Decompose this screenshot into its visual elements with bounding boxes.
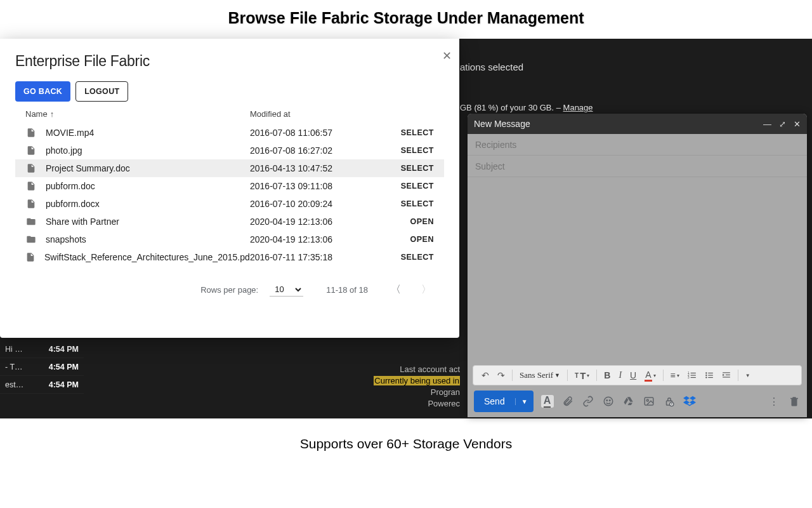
formatting-toolbar: ↶ ↷ Sans Serif ▼ TT ▾ B I U A ▾ ≡ ▾ 123 …: [473, 365, 802, 385]
modified-at: 2016-04-13 10:47:52: [250, 163, 377, 173]
dropbox-icon[interactable]: [683, 395, 696, 408]
modified-at: 2020-04-19 12:13:06: [250, 217, 377, 227]
inbox-row[interactable]: est …4:54 PM: [0, 376, 84, 394]
table-row[interactable]: snapshots 2020-04-19 12:13:06 OPEN: [15, 231, 444, 248]
send-button[interactable]: Send ▼: [474, 391, 534, 412]
expand-icon[interactable]: ⤢: [779, 119, 786, 129]
emoji-icon[interactable]: [602, 395, 615, 408]
account-activity-block: Last account act Currently being used in…: [374, 364, 460, 410]
select-button[interactable]: SELECT: [377, 199, 434, 208]
modified-at: 2016-07-13 09:11:08: [250, 181, 377, 191]
italic-icon[interactable]: I: [615, 368, 625, 382]
file-name: Project Summary.doc: [46, 163, 130, 173]
font-family-select[interactable]: Sans Serif ▼: [516, 368, 563, 382]
modified-at: 2016-07-08 11:06:57: [250, 128, 377, 138]
font-size-icon[interactable]: TT ▾: [572, 368, 593, 383]
text-color-icon[interactable]: A ▾: [641, 368, 658, 384]
align-icon[interactable]: ≡ ▾: [667, 368, 683, 382]
page-range: 11-18 of 18: [326, 285, 368, 295]
compose-window: New Message — ⤢ ✕ Recipients Subject ↶ ↷…: [468, 114, 807, 417]
numbered-list-icon[interactable]: 123: [684, 369, 700, 382]
table-row[interactable]: pubform.doc 2016-07-13 09:11:08 SELECT: [15, 177, 444, 195]
compose-body[interactable]: [468, 177, 807, 365]
discard-icon[interactable]: [788, 395, 801, 408]
rows-per-page-label: Rows per page:: [200, 285, 258, 295]
select-button[interactable]: SELECT: [377, 253, 434, 262]
table-row[interactable]: SwiftStack_Reference_Architectures_June_…: [15, 248, 444, 266]
table-row[interactable]: photo.jpg 2016-07-08 16:27:02 SELECT: [15, 142, 444, 159]
rows-per-page-select[interactable]: 10: [270, 283, 303, 297]
svg-rect-11: [708, 377, 713, 378]
sort-ascending-icon: ↑: [50, 109, 55, 119]
table-row[interactable]: pubform.docx 2016-07-10 20:09:24 SELECT: [15, 195, 444, 213]
pagination: Rows per page: 10 11-18 of 18 〈 〉: [15, 266, 444, 297]
underline-icon[interactable]: U: [627, 368, 639, 382]
select-button[interactable]: SELECT: [377, 182, 434, 190]
svg-rect-12: [723, 372, 730, 373]
modal-title: Enterprise File Fabric: [15, 53, 444, 70]
indent-icon[interactable]: [719, 369, 734, 382]
svg-point-16: [606, 400, 608, 401]
file-name: pubform.docx: [46, 199, 100, 209]
bullet-list-icon[interactable]: [702, 369, 717, 382]
column-name[interactable]: Name ↑: [25, 109, 250, 119]
link-icon[interactable]: [582, 395, 594, 408]
recipients-field[interactable]: Recipients: [468, 134, 807, 156]
manage-link[interactable]: Manage: [563, 103, 593, 112]
svg-rect-1: [690, 375, 695, 375]
file-icon: [25, 180, 37, 192]
selection-status-partial: ations selected: [460, 62, 523, 72]
compose-title: New Message: [474, 119, 530, 129]
file-icon: [25, 163, 37, 174]
table-row[interactable]: Project Summary.doc 2016-04-13 10:47:52 …: [15, 159, 444, 177]
bold-icon[interactable]: B: [601, 368, 613, 382]
open-button[interactable]: OPEN: [377, 235, 434, 244]
close-compose-icon[interactable]: ✕: [794, 119, 801, 129]
more-formatting-icon[interactable]: ▼: [742, 371, 754, 380]
confidential-icon[interactable]: [663, 395, 676, 408]
svg-point-8: [705, 375, 707, 376]
svg-rect-2: [690, 377, 695, 378]
file-icon: [25, 198, 37, 210]
file-icon: [25, 251, 36, 263]
column-modified[interactable]: Modified at: [250, 109, 377, 119]
next-page-icon[interactable]: 〉: [421, 283, 431, 297]
logout-button[interactable]: LOGOUT: [75, 81, 128, 102]
select-button[interactable]: SELECT: [377, 128, 434, 137]
attach-icon[interactable]: [561, 395, 574, 408]
close-icon[interactable]: ✕: [442, 49, 452, 63]
inbox-row[interactable]: Hi …4:54 PM: [0, 340, 84, 358]
image-icon[interactable]: [643, 395, 655, 408]
select-button[interactable]: SELECT: [377, 164, 434, 173]
table-row[interactable]: Share with Partner 2020-04-19 12:13:06 O…: [15, 213, 444, 231]
svg-rect-13: [726, 375, 730, 375]
more-icon[interactable]: ⋮: [768, 395, 780, 408]
modified-at: 2016-07-08 16:27:02: [250, 145, 377, 156]
table-row[interactable]: MOVIE.mp4 2016-07-08 11:06:57 SELECT: [15, 124, 444, 142]
svg-rect-0: [690, 373, 695, 373]
svg-point-10: [705, 377, 707, 378]
page-title: Browse File Fabric Storage Under Managem…: [0, 0, 812, 39]
file-icon: [25, 145, 37, 156]
svg-point-6: [705, 372, 707, 373]
file-icon: [25, 127, 37, 138]
prev-page-icon[interactable]: 〈: [391, 283, 401, 297]
storage-usage-partial: GB (81 %) of your 30 GB. – Manage: [460, 103, 593, 112]
page-subtitle: Supports over 60+ Storage Vendors: [0, 418, 812, 469]
subject-field[interactable]: Subject: [468, 156, 807, 177]
drive-icon[interactable]: [622, 395, 635, 408]
undo-icon[interactable]: ↶: [478, 368, 492, 382]
file-name: Share with Partner: [46, 217, 119, 227]
minimize-icon[interactable]: —: [763, 119, 771, 129]
select-button[interactable]: SELECT: [377, 146, 434, 155]
folder-icon: [25, 234, 37, 245]
svg-point-17: [609, 400, 610, 401]
open-button[interactable]: OPEN: [377, 217, 434, 226]
go-back-button[interactable]: GO BACK: [15, 81, 70, 102]
svg-rect-9: [708, 375, 713, 375]
send-options-icon[interactable]: ▼: [515, 398, 534, 405]
inbox-row[interactable]: - T…4:54 PM: [0, 358, 84, 376]
modified-at: 2016-07-10 20:09:24: [250, 199, 377, 209]
text-format-toggle-icon[interactable]: A: [541, 395, 554, 408]
redo-icon[interactable]: ↷: [494, 368, 508, 382]
